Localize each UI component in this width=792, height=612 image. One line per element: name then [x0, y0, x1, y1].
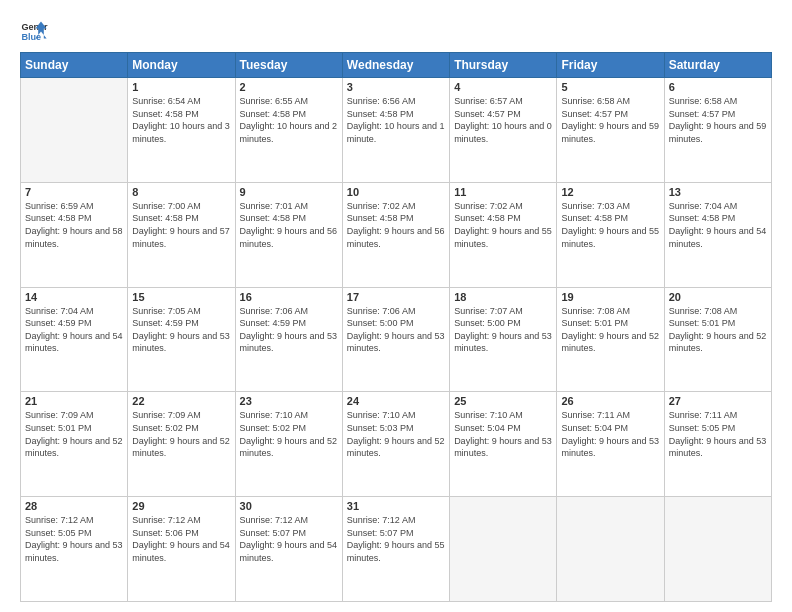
- calendar-cell: [21, 78, 128, 183]
- weekday-header-friday: Friday: [557, 53, 664, 78]
- calendar-cell: 6Sunrise: 6:58 AMSunset: 4:57 PMDaylight…: [664, 78, 771, 183]
- day-number: 26: [561, 395, 659, 407]
- day-info: Sunrise: 7:04 AMSunset: 4:58 PMDaylight:…: [669, 200, 767, 250]
- day-info: Sunrise: 6:58 AMSunset: 4:57 PMDaylight:…: [669, 95, 767, 145]
- day-number: 16: [240, 291, 338, 303]
- weekday-header-monday: Monday: [128, 53, 235, 78]
- day-info: Sunrise: 7:08 AMSunset: 5:01 PMDaylight:…: [561, 305, 659, 355]
- calendar-cell: 12Sunrise: 7:03 AMSunset: 4:58 PMDayligh…: [557, 182, 664, 287]
- day-info: Sunrise: 7:11 AMSunset: 5:05 PMDaylight:…: [669, 409, 767, 459]
- day-info: Sunrise: 7:02 AMSunset: 4:58 PMDaylight:…: [347, 200, 445, 250]
- calendar-cell: 26Sunrise: 7:11 AMSunset: 5:04 PMDayligh…: [557, 392, 664, 497]
- calendar-cell: 2Sunrise: 6:55 AMSunset: 4:58 PMDaylight…: [235, 78, 342, 183]
- day-info: Sunrise: 7:09 AMSunset: 5:01 PMDaylight:…: [25, 409, 123, 459]
- day-info: Sunrise: 7:10 AMSunset: 5:03 PMDaylight:…: [347, 409, 445, 459]
- day-info: Sunrise: 7:12 AMSunset: 5:06 PMDaylight:…: [132, 514, 230, 564]
- day-info: Sunrise: 7:06 AMSunset: 5:00 PMDaylight:…: [347, 305, 445, 355]
- day-number: 10: [347, 186, 445, 198]
- day-number: 9: [240, 186, 338, 198]
- day-info: Sunrise: 6:58 AMSunset: 4:57 PMDaylight:…: [561, 95, 659, 145]
- calendar-cell: [664, 497, 771, 602]
- calendar-cell: 15Sunrise: 7:05 AMSunset: 4:59 PMDayligh…: [128, 287, 235, 392]
- calendar-cell: 8Sunrise: 7:00 AMSunset: 4:58 PMDaylight…: [128, 182, 235, 287]
- day-info: Sunrise: 7:08 AMSunset: 5:01 PMDaylight:…: [669, 305, 767, 355]
- day-number: 4: [454, 81, 552, 93]
- day-info: Sunrise: 6:57 AMSunset: 4:57 PMDaylight:…: [454, 95, 552, 145]
- week-row-0: 1Sunrise: 6:54 AMSunset: 4:58 PMDaylight…: [21, 78, 772, 183]
- day-number: 20: [669, 291, 767, 303]
- calendar-cell: 30Sunrise: 7:12 AMSunset: 5:07 PMDayligh…: [235, 497, 342, 602]
- day-number: 13: [669, 186, 767, 198]
- day-number: 27: [669, 395, 767, 407]
- calendar-cell: [557, 497, 664, 602]
- day-number: 8: [132, 186, 230, 198]
- calendar-cell: 11Sunrise: 7:02 AMSunset: 4:58 PMDayligh…: [450, 182, 557, 287]
- day-info: Sunrise: 7:12 AMSunset: 5:05 PMDaylight:…: [25, 514, 123, 564]
- week-row-3: 21Sunrise: 7:09 AMSunset: 5:01 PMDayligh…: [21, 392, 772, 497]
- page: General Blue SundayMondayTuesdayWednesda…: [0, 0, 792, 612]
- calendar-cell: 23Sunrise: 7:10 AMSunset: 5:02 PMDayligh…: [235, 392, 342, 497]
- day-number: 21: [25, 395, 123, 407]
- weekday-header-saturday: Saturday: [664, 53, 771, 78]
- calendar-cell: 1Sunrise: 6:54 AMSunset: 4:58 PMDaylight…: [128, 78, 235, 183]
- weekday-header-thursday: Thursday: [450, 53, 557, 78]
- day-info: Sunrise: 7:12 AMSunset: 5:07 PMDaylight:…: [240, 514, 338, 564]
- calendar-cell: 24Sunrise: 7:10 AMSunset: 5:03 PMDayligh…: [342, 392, 449, 497]
- day-number: 30: [240, 500, 338, 512]
- day-info: Sunrise: 7:12 AMSunset: 5:07 PMDaylight:…: [347, 514, 445, 564]
- header: General Blue: [20, 16, 772, 44]
- day-number: 31: [347, 500, 445, 512]
- day-number: 6: [669, 81, 767, 93]
- calendar-cell: 31Sunrise: 7:12 AMSunset: 5:07 PMDayligh…: [342, 497, 449, 602]
- day-number: 25: [454, 395, 552, 407]
- day-info: Sunrise: 7:07 AMSunset: 5:00 PMDaylight:…: [454, 305, 552, 355]
- day-number: 15: [132, 291, 230, 303]
- day-number: 29: [132, 500, 230, 512]
- day-info: Sunrise: 7:09 AMSunset: 5:02 PMDaylight:…: [132, 409, 230, 459]
- logo: General Blue: [20, 16, 48, 44]
- day-number: 23: [240, 395, 338, 407]
- logo-icon: General Blue: [20, 16, 48, 44]
- day-info: Sunrise: 7:04 AMSunset: 4:59 PMDaylight:…: [25, 305, 123, 355]
- week-row-2: 14Sunrise: 7:04 AMSunset: 4:59 PMDayligh…: [21, 287, 772, 392]
- day-number: 17: [347, 291, 445, 303]
- calendar-cell: 20Sunrise: 7:08 AMSunset: 5:01 PMDayligh…: [664, 287, 771, 392]
- day-info: Sunrise: 6:56 AMSunset: 4:58 PMDaylight:…: [347, 95, 445, 145]
- day-number: 14: [25, 291, 123, 303]
- calendar-cell: 3Sunrise: 6:56 AMSunset: 4:58 PMDaylight…: [342, 78, 449, 183]
- day-info: Sunrise: 6:54 AMSunset: 4:58 PMDaylight:…: [132, 95, 230, 145]
- calendar-cell: 28Sunrise: 7:12 AMSunset: 5:05 PMDayligh…: [21, 497, 128, 602]
- calendar-cell: 14Sunrise: 7:04 AMSunset: 4:59 PMDayligh…: [21, 287, 128, 392]
- week-row-4: 28Sunrise: 7:12 AMSunset: 5:05 PMDayligh…: [21, 497, 772, 602]
- day-info: Sunrise: 7:00 AMSunset: 4:58 PMDaylight:…: [132, 200, 230, 250]
- weekday-header-sunday: Sunday: [21, 53, 128, 78]
- day-info: Sunrise: 7:02 AMSunset: 4:58 PMDaylight:…: [454, 200, 552, 250]
- calendar-cell: 13Sunrise: 7:04 AMSunset: 4:58 PMDayligh…: [664, 182, 771, 287]
- day-info: Sunrise: 7:03 AMSunset: 4:58 PMDaylight:…: [561, 200, 659, 250]
- weekday-header-tuesday: Tuesday: [235, 53, 342, 78]
- day-info: Sunrise: 7:01 AMSunset: 4:58 PMDaylight:…: [240, 200, 338, 250]
- calendar-cell: 19Sunrise: 7:08 AMSunset: 5:01 PMDayligh…: [557, 287, 664, 392]
- day-number: 11: [454, 186, 552, 198]
- day-info: Sunrise: 7:05 AMSunset: 4:59 PMDaylight:…: [132, 305, 230, 355]
- day-number: 19: [561, 291, 659, 303]
- day-info: Sunrise: 7:11 AMSunset: 5:04 PMDaylight:…: [561, 409, 659, 459]
- day-info: Sunrise: 7:10 AMSunset: 5:04 PMDaylight:…: [454, 409, 552, 459]
- calendar-cell: 21Sunrise: 7:09 AMSunset: 5:01 PMDayligh…: [21, 392, 128, 497]
- day-number: 22: [132, 395, 230, 407]
- calendar-cell: 27Sunrise: 7:11 AMSunset: 5:05 PMDayligh…: [664, 392, 771, 497]
- day-number: 18: [454, 291, 552, 303]
- day-number: 2: [240, 81, 338, 93]
- calendar-cell: 10Sunrise: 7:02 AMSunset: 4:58 PMDayligh…: [342, 182, 449, 287]
- calendar-cell: 17Sunrise: 7:06 AMSunset: 5:00 PMDayligh…: [342, 287, 449, 392]
- day-number: 1: [132, 81, 230, 93]
- weekday-header-wednesday: Wednesday: [342, 53, 449, 78]
- calendar-cell: 25Sunrise: 7:10 AMSunset: 5:04 PMDayligh…: [450, 392, 557, 497]
- calendar-cell: 22Sunrise: 7:09 AMSunset: 5:02 PMDayligh…: [128, 392, 235, 497]
- calendar-cell: 5Sunrise: 6:58 AMSunset: 4:57 PMDaylight…: [557, 78, 664, 183]
- day-info: Sunrise: 7:10 AMSunset: 5:02 PMDaylight:…: [240, 409, 338, 459]
- day-number: 7: [25, 186, 123, 198]
- calendar-cell: 9Sunrise: 7:01 AMSunset: 4:58 PMDaylight…: [235, 182, 342, 287]
- calendar-cell: 29Sunrise: 7:12 AMSunset: 5:06 PMDayligh…: [128, 497, 235, 602]
- calendar-cell: 4Sunrise: 6:57 AMSunset: 4:57 PMDaylight…: [450, 78, 557, 183]
